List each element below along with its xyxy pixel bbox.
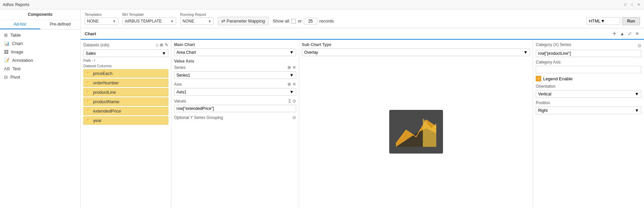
legend-checkbox[interactable]: ✓ — [536, 76, 541, 81]
orientation-chevron-icon: ▼ — [635, 91, 639, 96]
values-row: Values Σ ⊙ — [174, 98, 296, 103]
column-label-4: extendedPrice — [93, 109, 121, 114]
resize-chart-icon[interactable]: ⤢ — [627, 30, 633, 37]
run-button[interactable]: Run — [622, 17, 640, 25]
optional-options-icon[interactable]: ⊙ — [292, 115, 296, 120]
values-options-icon[interactable]: ⊙ — [292, 98, 296, 103]
format-chevron-icon: ▼ — [601, 18, 605, 24]
column-folder-icon-3: 📁 — [86, 99, 91, 104]
birt-template-select[interactable]: AIRBUS TEMPLATE ▼ — [122, 17, 176, 25]
position-chevron-icon: ▼ — [635, 108, 639, 113]
legend-row: ✓ Legend Enable — [536, 76, 641, 81]
datasets-label: Datasets (cds) — [83, 43, 109, 47]
param-mapping-button[interactable]: ⇄ Parameter Mapping — [218, 17, 269, 25]
running-report-select[interactable]: NONE ▼ — [180, 17, 214, 25]
annotation-icon: 📝 — [4, 58, 9, 63]
add-axis-icon[interactable]: ⊕ — [287, 82, 291, 87]
sub-chart-label: Sub Chart Type — [302, 42, 530, 47]
series-chevron-icon: ▼ — [289, 73, 294, 78]
column-item-extendedprice[interactable]: 📁 extendedPrice — [83, 107, 168, 115]
value-axis-label: Value Axis — [174, 59, 296, 64]
home-icon[interactable]: ⌂ — [156, 42, 158, 47]
dataset-path: Path : / — [83, 58, 168, 63]
sidebar-item-label-text: Text — [12, 66, 21, 71]
close-icon[interactable]: ✕ — [636, 2, 641, 7]
edit-dataset-icon[interactable]: ✎ — [165, 42, 168, 47]
column-item-year[interactable]: 📁 year — [83, 116, 168, 125]
sidebar-item-text[interactable]: AB Text — [0, 65, 80, 73]
show-all-group: Show all or records — [273, 18, 334, 25]
series-row: Series ⊕ ✕ — [174, 65, 296, 70]
dataset-select[interactable]: Sales ▼ — [83, 49, 168, 57]
orientation-label: Orientation — [536, 84, 641, 89]
position-select[interactable]: Right ▼ — [536, 107, 641, 114]
sub-chart-select[interactable]: Overlay ▼ — [302, 48, 530, 56]
column-label-5: year — [93, 118, 102, 123]
right-panel: Category (X) Series ⊙ Category Axis ✓ Le… — [533, 40, 644, 207]
orientation-select[interactable]: Vertical ▼ — [536, 90, 641, 98]
sidebar-item-annotation[interactable]: 📝 Annotation — [0, 56, 80, 65]
column-item-productname[interactable]: 📁 productName — [83, 97, 168, 106]
or-label: or — [298, 18, 302, 24]
tab-predefined[interactable]: Pre-defined — [40, 20, 81, 29]
chart-section-header: Chart ✛ ▲ ⤢ ✕ — [81, 28, 644, 40]
templates-label: Templates — [85, 12, 118, 16]
sidebar-item-pivot[interactable]: ⊟ Pivot — [0, 73, 80, 81]
column-label-2: productLine — [93, 90, 116, 95]
column-item-productline[interactable]: 📁 productLine — [83, 88, 168, 96]
param-mapping-icon: ⇄ — [222, 18, 225, 24]
datasets-icons: ⌂ ⊕ ✎ — [156, 42, 168, 47]
category-header-row: Category (X) Series ⊙ — [536, 42, 641, 48]
category-axis-input[interactable] — [536, 66, 641, 73]
main-chart-select[interactable]: Area Chart ▼ — [174, 48, 296, 56]
delete-axis-icon[interactable]: ✕ — [292, 82, 296, 87]
series-icons: ⊕ ✕ — [287, 65, 296, 70]
category-options-icon[interactable]: ⊙ — [638, 43, 641, 48]
running-report-label: Running Report — [180, 12, 214, 16]
birt-template-group: Birt Template AIRBUS TEMPLATE ▼ — [122, 12, 176, 25]
format-group: HTML ▼ Run — [587, 17, 640, 25]
sidebar-item-label-annotation: Annotation — [12, 58, 33, 63]
dataset-value: Sales — [86, 51, 162, 56]
sum-icon[interactable]: Σ — [288, 98, 291, 103]
axis-select[interactable]: Axis1 ▼ — [174, 88, 296, 96]
tab-adhoc[interactable]: Ad-hoc — [0, 20, 40, 29]
up-chart-icon[interactable]: ▲ — [619, 30, 625, 37]
restore-icon[interactable]: ◻ — [622, 2, 628, 7]
content-area: Templates NONE ▼ Birt Template AIRBUS TE… — [81, 9, 644, 208]
show-all-checkbox[interactable] — [291, 19, 296, 24]
format-select[interactable]: HTML ▼ — [587, 17, 620, 25]
series-select[interactable]: Series1 ▼ — [174, 71, 296, 79]
values-input[interactable] — [174, 105, 296, 112]
datasets-header: Datasets (cds) ⌂ ⊕ ✎ — [83, 42, 168, 47]
records-input[interactable] — [304, 18, 317, 25]
format-value: HTML — [589, 18, 601, 24]
sidebar-item-label-table: Table — [10, 33, 21, 38]
sidebar-item-image[interactable]: 🖼 Image — [0, 48, 80, 56]
templates-chevron-icon: ▼ — [113, 19, 116, 23]
sidebar-item-chart[interactable]: 📊 Chart — [0, 39, 80, 48]
column-item-ordernumber[interactable]: 📁 orderNumber — [83, 79, 168, 87]
add-series-icon[interactable]: ⊕ — [287, 65, 291, 70]
sidebar: Components Ad-hoc Pre-defined ⊞ Table 📊 … — [0, 9, 81, 208]
pivot-icon: ⊟ — [4, 75, 8, 80]
series-value: Series1 — [176, 73, 289, 78]
delete-series-icon[interactable]: ✕ — [292, 65, 296, 70]
area-chart-preview — [389, 110, 443, 154]
sidebar-items: ⊞ Table 📊 Chart 🖼 Image 📝 Annotation AB … — [0, 30, 80, 83]
delete-chart-icon[interactable]: ✕ — [635, 30, 640, 37]
templates-select[interactable]: NONE ▼ — [85, 17, 118, 25]
column-item-priceeach[interactable]: 📁 priceEach — [83, 69, 168, 78]
add-chart-icon[interactable]: ✛ — [612, 30, 617, 37]
column-folder-icon-5: 📁 — [86, 118, 91, 123]
add-dataset-icon[interactable]: ⊕ — [160, 42, 163, 47]
chart-content: Datasets (cds) ⌂ ⊕ ✎ Sales ▼ Path : / Da… — [81, 40, 644, 207]
category-series-input[interactable] — [536, 50, 641, 57]
sidebar-item-table[interactable]: ⊞ Table — [0, 31, 80, 39]
sub-chart-panel: Sub Chart Type Overlay ▼ — [299, 40, 533, 207]
sub-chart-header: Sub Chart Type Overlay ▼ — [302, 42, 530, 56]
maximize-icon[interactable]: □ — [629, 2, 635, 7]
axis-chevron-icon: ▼ — [289, 89, 294, 94]
optional-label: Optional Y Series Grouping — [174, 115, 223, 120]
sidebar-header: Components — [0, 9, 80, 20]
